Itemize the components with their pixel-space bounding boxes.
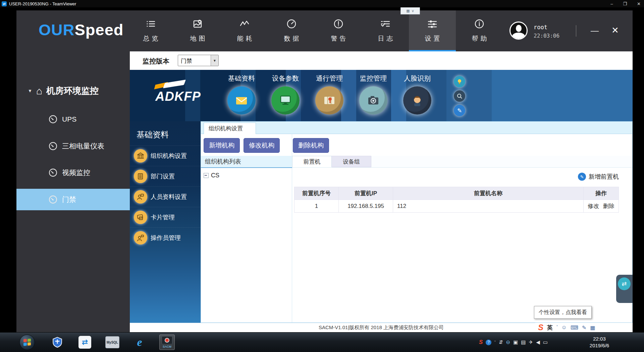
display-tray-icon[interactable]: ▣ xyxy=(513,339,518,345)
taskbar-app-mysql[interactable]: MySQL xyxy=(105,335,120,350)
bulb-icon[interactable] xyxy=(454,76,465,87)
plane-tray-icon[interactable]: ✈ xyxy=(529,339,533,345)
handwriting-icon[interactable]: ✎ xyxy=(582,324,586,331)
ime-punct-icon[interactable]: ’ xyxy=(556,324,558,331)
submenu-item-org[interactable]: 组织机构设置 xyxy=(130,145,201,166)
toolbox-icon[interactable]: ▦ xyxy=(590,324,595,331)
sidebar-root-node[interactable]: ▼ ⌂ 机房环境监控 xyxy=(28,85,99,97)
monitor-tray-icon[interactable]: ▭ xyxy=(543,339,548,345)
help-tray-icon[interactable]: ? xyxy=(486,340,491,345)
dropdown-arrow-icon[interactable]: ▼ xyxy=(211,55,218,66)
banner-tools: ✎ xyxy=(454,70,467,121)
app-close-button[interactable]: ✕ xyxy=(611,25,619,36)
content-tabbar: 组织机构设置 xyxy=(201,122,632,134)
teamviewer-toolbar-handle[interactable]: ▦ ∨ xyxy=(400,7,420,14)
nav-alert[interactable]: 警告 xyxy=(315,10,362,51)
sidebar-item-power-meter[interactable]: 三相电量仪表 xyxy=(16,135,130,157)
eject-tray-icon[interactable]: ⊖ xyxy=(506,339,511,345)
nav-energy[interactable]: 能耗 xyxy=(221,10,268,51)
module-monitor-mgmt[interactable]: 监控管理 xyxy=(357,74,390,115)
taskbar-clock[interactable]: 22:03 2019/6/6 xyxy=(584,336,614,349)
user-name: root xyxy=(534,24,547,31)
app-minimize-button[interactable]: — xyxy=(591,26,599,35)
sidebar-item-ups[interactable]: UPS xyxy=(16,108,130,130)
monitor-icon[interactable] xyxy=(271,86,300,115)
user-avatar[interactable] xyxy=(509,21,528,40)
submenu-item-personnel[interactable]: 人员资料设置 xyxy=(130,186,201,207)
submenu-item-label: 人员资料设置 xyxy=(151,193,187,201)
edit-row-link[interactable]: 修改 xyxy=(588,202,599,210)
nav-map[interactable]: 地图 xyxy=(174,10,221,51)
nav-overview[interactable]: 总览 xyxy=(127,10,174,51)
submenu-item-card[interactable]: 卡片管理 xyxy=(130,207,201,227)
tree-node-cs[interactable]: CS xyxy=(204,172,292,179)
tv-maximize-button[interactable]: ❐ xyxy=(623,1,627,6)
volume-tray-icon[interactable]: ⇵ xyxy=(499,339,503,345)
version-dropdown[interactable]: 门禁 ▼ xyxy=(178,55,219,66)
speaker-tray-icon[interactable]: ◀ xyxy=(536,339,540,345)
delete-org-button[interactable]: 删除机构 xyxy=(293,138,329,153)
taskbar-app-teamviewer[interactable]: ⇄ xyxy=(77,335,93,350)
nav-help[interactable]: 帮助 xyxy=(456,10,503,51)
tab-org-settings[interactable]: 组织机构设置 xyxy=(204,123,256,134)
module-face-recognition[interactable]: 人脸识别 xyxy=(400,74,434,115)
sogou-logo[interactable]: S xyxy=(538,323,543,332)
taskbar-app-sacm[interactable]: SACM xyxy=(159,335,175,350)
taskbar-app-shield[interactable] xyxy=(50,335,65,350)
search-icon[interactable] xyxy=(454,90,465,102)
module-device-params[interactable]: 设备参数 xyxy=(269,74,302,115)
ime-tooltip[interactable]: 个性设置，点我看看 xyxy=(534,306,592,319)
submenu-item-label: 操作员管理 xyxy=(151,234,181,242)
module-access-mgmt[interactable]: 通行管理 xyxy=(313,74,346,115)
emoji-icon[interactable]: ☺ xyxy=(561,324,567,331)
grid-icon: ▦ xyxy=(406,9,410,13)
version-bar: 监控版本 门禁 ▼ xyxy=(130,51,633,70)
camera-icon[interactable] xyxy=(359,86,387,115)
nav-settings[interactable]: 设置 xyxy=(409,10,456,51)
sogou-tray-icon[interactable]: S xyxy=(479,339,483,346)
sidebar-item-access-control[interactable]: 门禁 xyxy=(16,189,139,210)
tab-device-group[interactable]: 设备组 xyxy=(332,156,371,167)
pencil-icon[interactable]: ✎ xyxy=(454,105,465,116)
tree-collapse-icon[interactable] xyxy=(204,173,209,178)
tv-minimize-button[interactable]: – xyxy=(610,1,613,6)
add-org-button[interactable]: 新增机构 xyxy=(204,138,240,153)
arrows-icon[interactable]: ⇄ xyxy=(618,277,631,290)
submenu-item-operator[interactable]: 操作员管理 xyxy=(130,227,201,248)
system-tray: S ? ˚ ⇵ ⊖ ▣ ▤ ✈ ◀ ▭ xyxy=(479,333,548,352)
triangle-expander-icon[interactable]: ▼ xyxy=(28,88,32,93)
updown-tray-icon[interactable]: ˚ xyxy=(494,340,496,344)
delete-row-link[interactable]: 删除 xyxy=(603,202,614,210)
sidebar-item-video[interactable]: 视频监控 xyxy=(16,162,130,183)
submenu-item-label: 卡片管理 xyxy=(151,213,175,221)
taskbar-app-ie[interactable]: e xyxy=(132,335,147,350)
start-button[interactable] xyxy=(19,335,35,350)
edit-org-button[interactable]: 修改机构 xyxy=(244,138,280,153)
clock-date: 2019/6/6 xyxy=(584,342,614,349)
teamviewer-icon: ⇄ xyxy=(2,1,7,6)
cell-name: 112 xyxy=(393,200,584,213)
envelope-icon[interactable] xyxy=(227,86,256,115)
keyboard-icon[interactable]: ⌨ xyxy=(571,324,578,331)
col-header-ip: 前置机IP xyxy=(339,187,393,200)
tv-close-button[interactable]: ✕ xyxy=(637,1,641,6)
side-slide-handle[interactable]: ⇄ xyxy=(616,275,633,303)
nav-data[interactable]: 数据 xyxy=(268,10,315,51)
map-icon xyxy=(193,19,203,29)
map-pin-icon[interactable] xyxy=(315,86,343,115)
shield-icon xyxy=(52,337,63,348)
ime-toolbar: S 英 ’ ☺ ⌨ ✎ ▦ xyxy=(535,323,633,332)
network-tray-icon[interactable]: ▤ xyxy=(521,339,526,345)
submenu-title: 基础资料 xyxy=(130,121,201,145)
tab-front-machine[interactable]: 前置机 xyxy=(292,156,332,167)
gauge-icon xyxy=(286,19,297,29)
alert-icon xyxy=(333,19,343,29)
ime-language-toggle[interactable]: 英 xyxy=(547,324,553,332)
face-icon[interactable] xyxy=(403,86,431,115)
add-front-machine-link[interactable]: ✎ 新增前置机 xyxy=(578,173,619,181)
nav-log[interactable]: 日志 xyxy=(362,10,409,51)
submenu-item-dept[interactable]: 部门设置 xyxy=(130,166,201,186)
module-basic-data[interactable]: 基础资料 xyxy=(225,74,258,115)
org-list-pane: 组织机构列表 CS xyxy=(201,156,292,322)
avatar-body xyxy=(512,33,525,40)
